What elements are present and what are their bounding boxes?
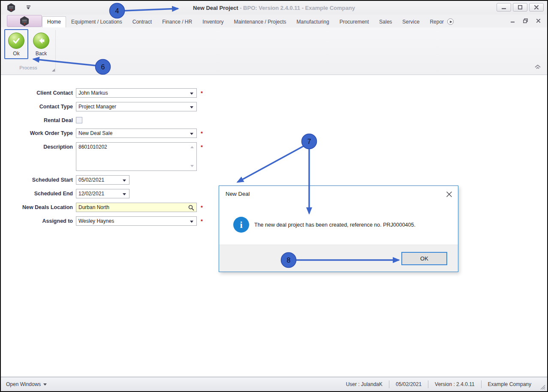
assigned-to-label: Assigned to <box>1 216 76 224</box>
scheduled-end-value: 12/02/2021 <box>78 191 104 197</box>
dialog-ok-button[interactable]: OK <box>401 252 447 265</box>
ok-button[interactable]: Ok <box>4 29 28 59</box>
client-contact-value: John Markus <box>78 90 108 96</box>
description-value: 8601010202 <box>78 144 107 150</box>
required-marker: * <box>201 129 203 137</box>
app-window: New Deal Project - BPO: Version 2.4.0.11… <box>0 0 548 392</box>
mdi-minimize-button[interactable] <box>509 18 515 23</box>
mdi-restore-button[interactable] <box>522 18 528 23</box>
chevron-down-icon <box>123 193 126 195</box>
open-windows-dropdown[interactable]: Open Windows <box>6 381 47 387</box>
app-logo-icon[interactable] <box>7 3 15 12</box>
maximize-button[interactable] <box>513 3 527 12</box>
minimize-button[interactable] <box>497 3 511 12</box>
scroll-down-icon[interactable] <box>190 165 194 167</box>
form-row: Client Contact John Markus * <box>1 88 203 98</box>
chevron-down-icon <box>43 383 47 386</box>
rental-deal-label: Rental Deal <box>1 116 76 123</box>
rental-deal-checkbox[interactable] <box>76 117 82 123</box>
back-button[interactable]: Back <box>29 29 53 59</box>
tab-service[interactable]: Service <box>397 16 425 27</box>
title-bar: New Deal Project - BPO: Version 2.4.0.11… <box>1 1 547 15</box>
window-title: New Deal Project - BPO: Version 2.4.0.11… <box>1 1 547 15</box>
process-group-label: Process <box>3 65 54 73</box>
tab-contract[interactable]: Contract <box>127 16 157 27</box>
close-button[interactable] <box>529 3 544 12</box>
work-order-type-value: New Deal Sale <box>78 130 112 136</box>
dialog-close-icon[interactable] <box>445 190 453 198</box>
work-order-type-combobox[interactable]: New Deal Sale <box>76 129 197 138</box>
client-contact-label: Client Contact <box>1 88 76 96</box>
dialog-message: The new deal project has been created, r… <box>254 222 416 228</box>
form-row: Rental Deal <box>1 116 203 123</box>
dialog-footer: OK <box>219 245 458 272</box>
tab-inventory[interactable]: Inventory <box>197 16 229 27</box>
scheduled-start-label: Scheduled Start <box>1 175 76 183</box>
chevron-down-icon <box>190 133 193 135</box>
scheduled-start-value: 05/02/2021 <box>78 177 104 183</box>
mdi-close-button[interactable] <box>535 18 541 23</box>
description-label: Description <box>1 142 76 150</box>
chevron-down-icon <box>190 221 193 223</box>
tab-manufacturing[interactable]: Manufacturing <box>292 16 334 27</box>
ribbon-tabs: Home Equipment / Locations Contract Fina… <box>42 16 454 27</box>
back-arrow-icon <box>33 33 49 49</box>
collapse-ribbon-chevron-icon[interactable] <box>534 63 541 71</box>
form-panel: Client Contact John Markus * Contact Typ… <box>1 75 547 377</box>
window-title-secondary: - BPO: Version 2.4.0.11 - Example Compan… <box>238 5 355 11</box>
application-menu-button[interactable] <box>7 15 42 27</box>
form-row: Contact Type Project Manager <box>1 102 203 111</box>
new-deal-dialog: New Deal i The new deal project has been… <box>219 186 458 272</box>
scheduled-start-datepicker[interactable]: 05/02/2021 <box>76 175 129 185</box>
status-version: Version : 2.4.0.11 <box>428 377 481 391</box>
process-group-dialog-launcher-icon[interactable] <box>52 69 55 72</box>
new-deals-location-lookup[interactable]: Durban North <box>76 203 197 212</box>
assigned-to-value: Wesley Haynes <box>78 218 114 224</box>
required-marker: * <box>201 142 203 150</box>
form-row: Assigned to Wesley Haynes * <box>1 216 203 226</box>
scheduled-end-datepicker[interactable]: 12/02/2021 <box>76 189 129 198</box>
required-marker: * <box>201 203 203 211</box>
description-textarea[interactable]: 8601010202 <box>76 142 197 171</box>
ribbon-content: Ok Back Process <box>1 27 547 75</box>
tab-finance-hr[interactable]: Finance / HR <box>157 16 197 27</box>
required-marker: * <box>201 88 203 96</box>
open-windows-label: Open Windows <box>6 381 41 387</box>
contact-type-label: Contact Type <box>1 102 76 110</box>
status-company: Example Company <box>482 377 538 391</box>
tab-maintenance-projects[interactable]: Maintenance / Projects <box>229 16 292 27</box>
ok-button-label: Ok <box>13 51 19 57</box>
scheduled-end-label: Scheduled End <box>1 189 76 197</box>
search-icon[interactable] <box>188 205 194 211</box>
mdi-window-controls <box>509 18 541 23</box>
form-row: Description 8601010202 * <box>1 142 203 171</box>
tab-procurement[interactable]: Procurement <box>334 16 374 27</box>
tab-reporting-truncated[interactable]: Repor <box>425 16 449 27</box>
new-deals-location-label: New Deals Location <box>1 203 76 210</box>
resize-grip-icon[interactable] <box>539 383 545 390</box>
tab-sales[interactable]: Sales <box>374 16 397 27</box>
status-user: User : JulandaK <box>340 377 389 391</box>
assigned-to-combobox[interactable]: Wesley Haynes <box>76 216 197 226</box>
quick-access-toolbar-chevron-icon[interactable] <box>26 6 32 10</box>
status-date: 05/02/2021 <box>389 377 428 391</box>
contact-type-combobox[interactable]: Project Manager <box>76 102 197 111</box>
form-row: New Deals Location Durban North * <box>1 203 203 212</box>
window-controls <box>497 3 544 12</box>
client-contact-combobox[interactable]: John Markus <box>76 88 197 98</box>
work-order-type-label: Work Order Type <box>1 129 76 136</box>
required-marker: * <box>201 216 203 224</box>
new-deals-location-value: Durban North <box>78 204 109 210</box>
ok-check-icon <box>8 33 24 49</box>
contact-type-value: Project Manager <box>78 104 116 110</box>
tab-equipment-locations[interactable]: Equipment / Locations <box>66 16 127 27</box>
ribbon-tab-row: Home Equipment / Locations Contract Fina… <box>1 15 547 27</box>
chevron-down-icon <box>190 93 193 95</box>
tab-home[interactable]: Home <box>42 16 66 27</box>
scroll-up-icon[interactable] <box>190 146 194 148</box>
process-group: Ok Back Process <box>3 28 56 74</box>
tab-scroll-right-icon[interactable] <box>447 18 454 25</box>
chevron-down-icon <box>123 180 126 182</box>
form-row: Scheduled End 12/02/2021 <box>1 189 203 198</box>
dialog-title: New Deal <box>226 191 250 197</box>
